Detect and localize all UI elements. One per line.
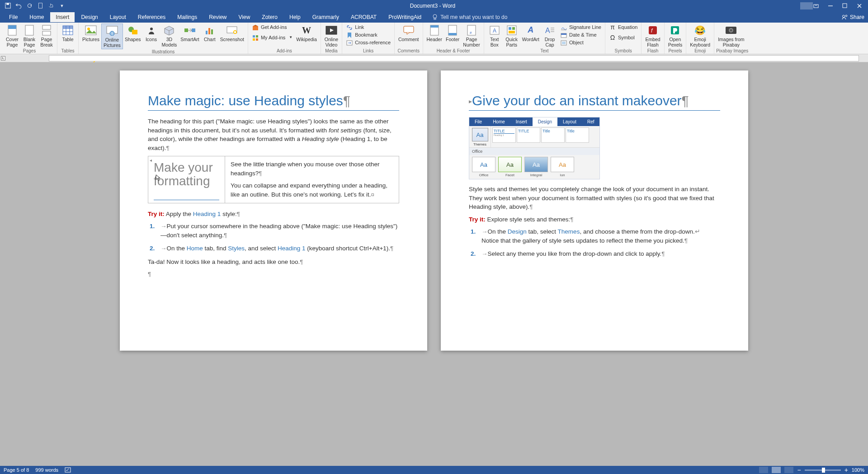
tab-home[interactable]: Home <box>24 12 49 22</box>
tab-zotero[interactable]: Zotero <box>256 12 283 22</box>
tab-acrobat[interactable]: ACROBAT <box>345 12 382 22</box>
minimize-icon[interactable] <box>827 3 834 9</box>
tab-help[interactable]: Help <box>284 12 306 22</box>
object-button[interactable]: Object <box>558 39 603 47</box>
svg-rect-32 <box>208 28 210 34</box>
svg-rect-29 <box>184 28 188 32</box>
tell-me-search[interactable]: Tell me what you want to do <box>432 14 507 20</box>
pexels-icon <box>669 24 681 36</box>
svg-point-71 <box>730 29 732 32</box>
pixabay-button[interactable]: Images from Pixabay <box>716 23 746 48</box>
comment-icon <box>402 24 415 36</box>
drop-cap-button[interactable]: ADrop Cap <box>541 23 558 48</box>
group-label-text: Text <box>486 48 603 54</box>
horizontal-ruler[interactable] <box>49 55 859 61</box>
comment-button[interactable]: Comment <box>396 23 421 43</box>
group-comments: Comment Comments <box>395 23 423 54</box>
link-button[interactable]: Link <box>344 23 392 31</box>
tab-mailings[interactable]: Mailings <box>172 12 203 22</box>
svg-rect-39 <box>256 35 258 38</box>
table-button[interactable]: Table <box>59 23 76 43</box>
shapes-button[interactable]: Shapes <box>123 23 143 43</box>
svg-rect-1 <box>6 3 9 5</box>
new-doc-icon[interactable] <box>37 3 43 9</box>
tell-me-placeholder: Tell me what you want to do <box>440 14 507 20</box>
touch-mode-icon[interactable] <box>48 3 54 9</box>
svg-rect-36 <box>234 31 236 33</box>
icons-button[interactable]: Icons <box>143 23 160 43</box>
tab-file[interactable]: File <box>4 12 23 22</box>
tab-layout[interactable]: Layout <box>104 12 132 22</box>
bookmark-button[interactable]: Bookmark <box>344 31 392 39</box>
group-pages: Cover Page Blank Page Page Break Pages <box>2 23 57 54</box>
equation-button[interactable]: πEquation <box>607 23 639 31</box>
tab-prowritingaid[interactable]: ProWritingAid <box>383 12 427 22</box>
wikipedia-icon: W <box>300 24 313 36</box>
cross-reference-button[interactable]: Cross-reference <box>344 39 392 47</box>
smartart-button[interactable]: SmartArt <box>179 23 201 43</box>
chart-button[interactable]: Chart <box>201 23 218 43</box>
tab-references[interactable]: References <box>132 12 171 22</box>
my-addins-button[interactable]: My Add-ins▼ <box>250 34 294 42</box>
redo-icon[interactable] <box>26 3 33 9</box>
emoji-keyboard-button[interactable]: 😂Emoji Keyboard <box>688 23 712 48</box>
wikipedia-button[interactable]: WWikipedia <box>294 23 319 43</box>
account-placeholder[interactable] <box>800 2 813 9</box>
online-video-button[interactable]: Online Video <box>323 23 340 48</box>
tab-selector[interactable]: L <box>1 56 5 61</box>
save-icon[interactable] <box>5 3 11 9</box>
tab-review[interactable]: Review <box>203 12 232 22</box>
quick-parts-button[interactable]: Quick Parts <box>503 23 520 48</box>
group-label-flash: Flash <box>643 48 662 54</box>
page-number-button[interactable]: #Page Number <box>461 23 481 48</box>
share-button[interactable]: Share <box>842 14 864 20</box>
undo-icon[interactable] <box>15 3 22 9</box>
text-box-button[interactable]: AText Box <box>486 23 503 48</box>
tab-view[interactable]: View <box>233 12 256 22</box>
date-time-button[interactable]: Date & Time <box>558 31 603 39</box>
svg-rect-40 <box>253 38 255 41</box>
video-icon <box>325 24 338 36</box>
flash-icon: f <box>646 24 659 36</box>
symbol-button[interactable]: ΩSymbol <box>607 34 639 42</box>
svg-rect-33 <box>211 29 213 34</box>
3d-models-button[interactable]: 3D Models <box>160 23 179 48</box>
online-pictures-button[interactable]: Online Pictures <box>101 23 123 49</box>
ribbon-display-icon[interactable] <box>813 3 819 9</box>
quick-parts-icon <box>505 24 518 36</box>
footer-icon <box>446 24 459 36</box>
smartart-icon <box>184 24 196 36</box>
header-button[interactable]: Header <box>425 23 444 43</box>
close-icon[interactable] <box>856 3 863 9</box>
open-pexels-button[interactable]: Open Pexels <box>666 23 684 48</box>
wordart-button[interactable]: AWordArt <box>520 23 541 43</box>
group-illustrations: Pictures Online Pictures Shapes Icons 3D… <box>79 23 248 54</box>
customize-qat-icon[interactable]: ▼ <box>59 3 65 9</box>
svg-rect-56 <box>509 31 515 33</box>
pictures-button[interactable]: Pictures <box>80 23 101 43</box>
window-title: Document3 - Word <box>65 3 800 9</box>
tab-grammarly[interactable]: Grammarly <box>307 12 344 22</box>
embed-flash-button[interactable]: fEmbed Flash <box>643 23 662 48</box>
footer-button[interactable]: Footer <box>444 23 461 43</box>
tab-insert[interactable]: Insert <box>50 12 75 22</box>
signature-line-button[interactable]: Signature Line <box>558 23 603 31</box>
maximize-icon[interactable] <box>842 3 848 9</box>
cover-page-button[interactable]: Cover Page <box>4 23 21 48</box>
svg-point-10 <box>845 15 847 17</box>
signature-icon <box>560 24 567 31</box>
group-emoji: 😂Emoji Keyboard Emoji <box>686 23 714 54</box>
blank-page-button[interactable]: Blank Page <box>21 23 38 48</box>
get-addins-button[interactable]: Get Add-ins <box>250 23 294 31</box>
emoji-icon: 😂 <box>694 24 707 36</box>
tab-design[interactable]: Design <box>75 12 103 22</box>
svg-rect-13 <box>25 25 33 35</box>
svg-rect-65 <box>562 42 566 44</box>
svg-rect-55 <box>512 27 515 30</box>
group-header-footer: Header Footer #Page Number Header & Foot… <box>423 23 484 54</box>
pi-icon: π <box>609 24 616 31</box>
screenshot-button[interactable]: Screenshot <box>218 23 246 43</box>
page-break-button[interactable]: Page Break <box>38 23 55 48</box>
svg-point-7 <box>433 14 437 18</box>
group-label-emoji: Emoji <box>688 48 712 54</box>
